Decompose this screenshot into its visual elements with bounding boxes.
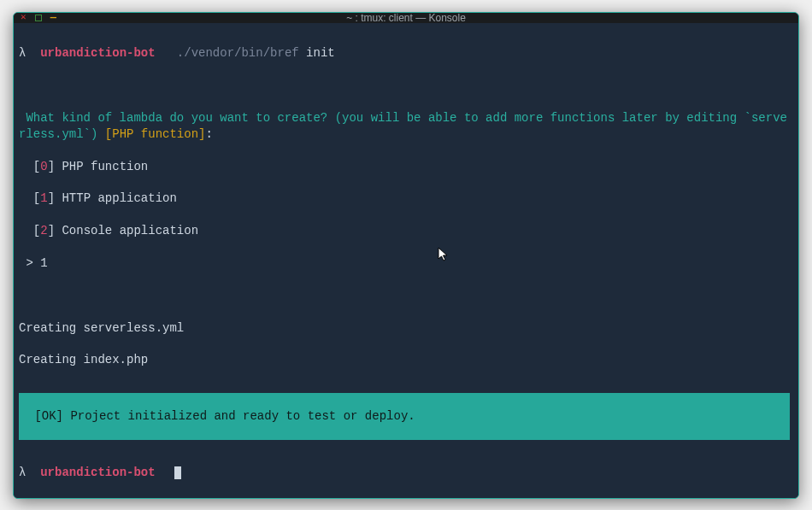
colon: :	[205, 127, 212, 141]
command-path: ./vendor/bin/bref	[177, 46, 299, 60]
window-title: ~ : tmux: client — Konsole	[14, 12, 798, 24]
maximize-icon[interactable]	[35, 15, 42, 21]
default-option: PHP function	[112, 127, 198, 141]
blank-line-2	[19, 288, 793, 304]
option-2: [2] Console application	[19, 223, 793, 239]
titlebar-buttons: ✕ —	[21, 13, 56, 23]
bracket-open: [	[105, 127, 112, 141]
option-index-2: 2	[40, 224, 47, 237]
terminal-window: ✕ — ~ : tmux: client — Konsole λ urbandi…	[13, 12, 799, 499]
question-line: What kind of lambda do you want to creat…	[19, 110, 793, 143]
cwd-folder: urbandiction-bot	[40, 466, 155, 479]
option-label-1: HTTP application	[62, 191, 176, 205]
prompt-line-2[interactable]: λ urbandiction-bot	[19, 465, 793, 481]
creating-line-2: Creating index.php	[19, 352, 793, 368]
ok-banner: [OK] Project initialized and ready to te…	[19, 393, 790, 440]
option-index-1: 1	[40, 191, 47, 205]
command-arg: init	[306, 46, 335, 60]
prompt-line-1: λ urbandiction-bot ./vendor/bin/bref ini…	[19, 45, 793, 62]
close-icon[interactable]: ✕	[21, 13, 26, 22]
user-choice: 1	[40, 256, 47, 270]
option-0: [0] PHP function	[19, 159, 793, 175]
blank-line	[19, 78, 793, 94]
option-label-0: PHP function	[62, 160, 148, 173]
creating-line-1: Creating serverless.yml	[19, 320, 793, 337]
option-label-2: Console application	[62, 224, 198, 237]
option-1: [1] HTTP application	[19, 191, 793, 207]
lambda-icon: λ	[19, 46, 26, 60]
minimize-icon[interactable]: —	[50, 13, 56, 23]
cwd-folder: urbandiction-bot	[40, 46, 155, 60]
cursor-icon	[174, 466, 181, 479]
user-input-line: > 1	[19, 255, 793, 272]
lambda-icon: λ	[19, 466, 26, 479]
input-prompt: >	[19, 256, 40, 270]
titlebar[interactable]: ✕ — ~ : tmux: client — Konsole	[14, 13, 798, 23]
terminal-area[interactable]: λ urbandiction-bot ./vendor/bin/bref ini…	[14, 23, 798, 499]
option-index-0: 0	[40, 160, 47, 173]
